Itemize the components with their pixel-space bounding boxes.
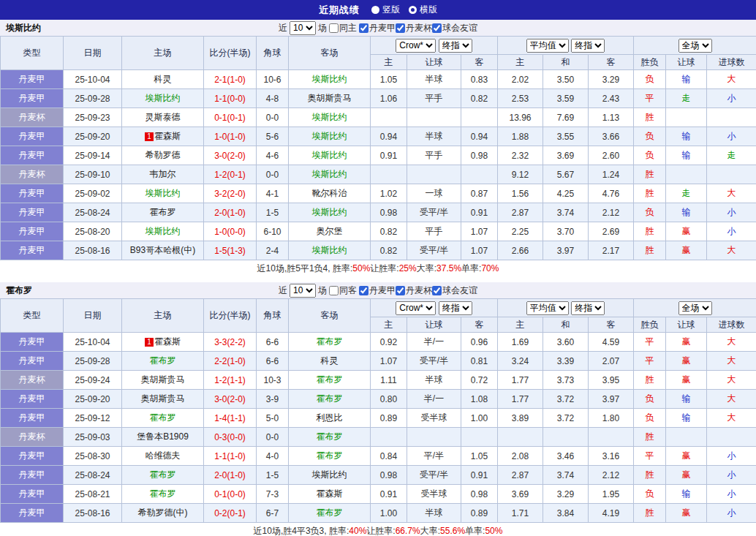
result-cell: 胜 (634, 371, 666, 390)
avg-home-cell: 1.56 (498, 184, 543, 203)
odds-stage-select[interactable]: 终指 (439, 39, 472, 53)
league-checkbox-label: 球会友谊 (442, 22, 477, 34)
league-checkbox[interactable]: 丹麦甲 (359, 22, 396, 34)
team-link[interactable]: 灵斯泰德 (145, 112, 181, 122)
away-team-cell: 埃斯比约 (289, 127, 371, 146)
team-link[interactable]: 埃斯比约 (312, 74, 347, 84)
team-link[interactable]: 霍森斯 (154, 336, 181, 347)
team-link[interactable]: 霍布罗 (317, 431, 343, 442)
odds-home-cell: 0.91 (371, 146, 407, 165)
team-link[interactable]: 埃斯比约 (312, 245, 347, 255)
team-link[interactable]: 奥胡斯贵马 (308, 93, 352, 103)
avg-away-cell: 4.19 (589, 504, 634, 523)
avg-select[interactable]: 平均值 (526, 39, 569, 53)
home-team-cell: 埃斯比约 (122, 89, 204, 108)
league-checkbox[interactable]: 球会友谊 (432, 284, 477, 297)
league-checkbox[interactable]: 丹麦甲 (359, 284, 396, 297)
bookmaker-select[interactable]: Crow* (396, 39, 436, 53)
team-link[interactable]: 霍布罗 (317, 374, 343, 385)
match-date: 25-09-02 (64, 184, 122, 203)
team-link[interactable]: 埃斯比约 (312, 131, 347, 141)
home-team-cell: 科灵 (122, 70, 204, 89)
league-checkbox[interactable]: 丹麦杯 (396, 284, 432, 297)
team-link[interactable]: 霍布罗 (317, 336, 343, 347)
layout-radio-vertical[interactable]: 竖版 (371, 4, 400, 16)
layout-radio-horizontal[interactable]: 横版 (409, 4, 437, 16)
team-link[interactable]: 霍布罗 (317, 450, 343, 461)
team-link[interactable]: 埃斯比约 (312, 469, 347, 480)
avg-stage-select[interactable]: 终指 (571, 39, 605, 53)
result-group-header: 全场 (634, 37, 756, 55)
team-link[interactable]: 埃斯比约 (145, 188, 181, 198)
league-checkbox-input[interactable] (432, 23, 442, 33)
table-header-groups: 类型 日期 主场 比分(半场) 角球 客场 Crow* 终指 平均值 终指 (1, 37, 756, 55)
team-link[interactable]: 埃斯比约 (145, 226, 181, 236)
team-link[interactable]: 埃斯比约 (312, 207, 347, 217)
avg-draw-cell: 3.46 (543, 447, 589, 466)
bookmaker-select[interactable]: Crow* (396, 301, 436, 315)
team-link[interactable]: 科灵 (321, 355, 339, 366)
team-link[interactable]: 希勒罗德(中) (138, 507, 188, 518)
team-link[interactable]: 霍布罗 (317, 507, 343, 518)
team-link[interactable]: 奥胡斯贵马 (141, 393, 185, 404)
match-count-select[interactable]: 10 (290, 21, 316, 35)
team-link[interactable]: 霍布罗 (150, 355, 176, 366)
odds-away-cell: 1.05 (461, 447, 498, 466)
col-odds-handicap: 让球 (407, 317, 461, 333)
team-link[interactable]: 科灵 (154, 74, 172, 84)
corner-cell: 1-5 (257, 203, 289, 222)
competition-type: 丹麦甲 (1, 409, 64, 428)
team-link[interactable]: 霍布罗 (150, 412, 176, 423)
corner-cell: 2-4 (257, 241, 289, 260)
away-team-cell: 霍布罗 (289, 390, 371, 409)
scope-select[interactable]: 全场 (678, 39, 712, 53)
team-link[interactable]: 利恩比 (317, 412, 343, 423)
same-side-checkbox-input[interactable] (329, 23, 339, 33)
odds-handicap-cell: 一球 (407, 184, 461, 203)
col-date: 日期 (64, 37, 122, 70)
team-link[interactable]: 霍森斯 (317, 488, 343, 499)
league-checkbox-input[interactable] (359, 23, 368, 33)
team-link[interactable]: 奥尔堡 (317, 226, 343, 236)
league-checkbox-input[interactable] (359, 286, 368, 295)
avg-home-cell: 3.24 (498, 352, 543, 371)
league-checkbox-input[interactable] (396, 286, 405, 295)
scope-select[interactable]: 全场 (678, 301, 712, 315)
team-link[interactable]: 霍森斯 (154, 131, 181, 141)
same-side-checkbox[interactable]: 同主 (329, 22, 357, 34)
results-table: 类型 日期 主场 比分(半场) 角球 客场 Crow* 终指 平均值 终指 (0, 36, 756, 260)
league-checkbox[interactable]: 丹麦杯 (396, 22, 432, 34)
score-cell: 3-0(2-0) (204, 146, 257, 165)
avg-home-cell: 1.69 (498, 333, 543, 352)
team-link[interactable]: 霍布罗 (317, 393, 343, 404)
avg-select[interactable]: 平均值 (526, 301, 569, 315)
league-checkbox-input[interactable] (396, 23, 405, 33)
team-link[interactable]: 埃斯比约 (145, 93, 181, 103)
match-row: 丹麦甲25-09-12霍布罗1-4(1-1)5-0利恩比0.89受半球1.003… (1, 409, 756, 428)
team-link[interactable]: 埃斯比约 (312, 169, 347, 179)
team-link[interactable]: 奥胡斯贵马 (141, 374, 185, 385)
same-side-checkbox-input[interactable] (329, 286, 339, 295)
league-checkbox[interactable]: 球会友谊 (432, 22, 477, 34)
team-link[interactable]: 霍布罗 (150, 488, 176, 499)
same-side-checkbox[interactable]: 同客 (329, 284, 357, 297)
team-link[interactable]: 希勒罗德 (145, 150, 181, 160)
col-home: 主场 (122, 299, 204, 333)
avg-stage-select[interactable]: 终指 (571, 301, 605, 315)
team-link[interactable]: 靴尔科治 (312, 188, 347, 198)
team-link[interactable]: 霍布罗 (150, 207, 176, 217)
avg-draw-cell: 3.74 (543, 466, 589, 485)
team-link[interactable]: 霍布罗 (150, 469, 176, 480)
avg-draw-cell: 3.55 (543, 127, 589, 146)
team-link[interactable]: 哈维德夫 (145, 450, 181, 461)
team-link[interactable]: 韦加尔 (150, 169, 176, 179)
team-link[interactable]: 埃斯比约 (312, 150, 347, 160)
team-link[interactable]: 堡鲁本B1909 (137, 431, 189, 442)
odds-stage-select[interactable]: 终指 (439, 301, 472, 315)
team-link[interactable]: B93哥本哈根(中) (130, 245, 195, 255)
summary-value: 66.7% (396, 526, 420, 536)
team-link[interactable]: 埃斯比约 (312, 112, 347, 122)
league-checkbox-input[interactable] (432, 286, 442, 295)
competition-type: 丹麦甲 (1, 146, 64, 165)
match-count-select[interactable]: 10 (290, 284, 316, 298)
